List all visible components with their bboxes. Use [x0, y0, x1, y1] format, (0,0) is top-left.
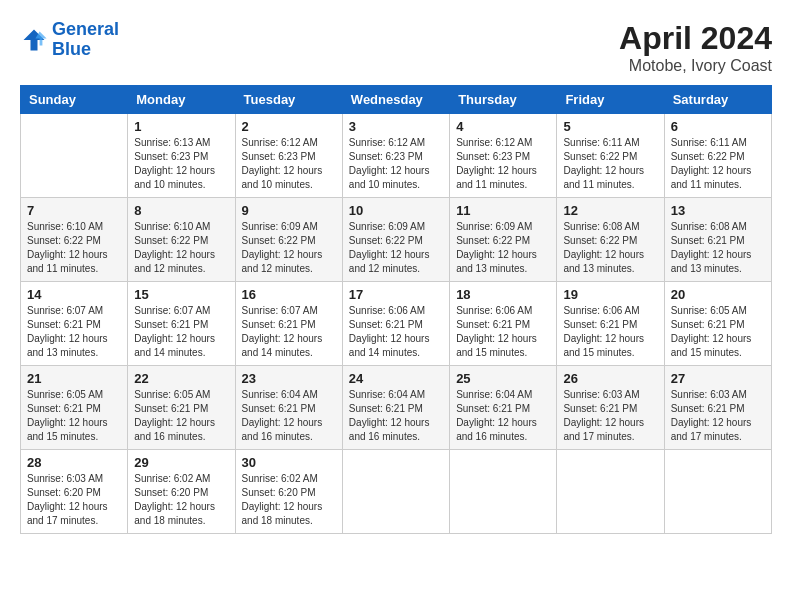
calendar-cell: 12Sunrise: 6:08 AM Sunset: 6:22 PM Dayli…: [557, 198, 664, 282]
day-number: 25: [456, 371, 550, 386]
day-info: Sunrise: 6:09 AM Sunset: 6:22 PM Dayligh…: [456, 220, 550, 276]
day-number: 2: [242, 119, 336, 134]
day-info: Sunrise: 6:03 AM Sunset: 6:20 PM Dayligh…: [27, 472, 121, 528]
day-info: Sunrise: 6:03 AM Sunset: 6:21 PM Dayligh…: [563, 388, 657, 444]
subtitle: Motobe, Ivory Coast: [619, 57, 772, 75]
day-info: Sunrise: 6:08 AM Sunset: 6:21 PM Dayligh…: [671, 220, 765, 276]
calendar-header-row: SundayMondayTuesdayWednesdayThursdayFrid…: [21, 86, 772, 114]
calendar-cell: 25Sunrise: 6:04 AM Sunset: 6:21 PM Dayli…: [450, 366, 557, 450]
calendar-cell: 10Sunrise: 6:09 AM Sunset: 6:22 PM Dayli…: [342, 198, 449, 282]
calendar-cell: 16Sunrise: 6:07 AM Sunset: 6:21 PM Dayli…: [235, 282, 342, 366]
calendar-cell: 3Sunrise: 6:12 AM Sunset: 6:23 PM Daylig…: [342, 114, 449, 198]
day-number: 28: [27, 455, 121, 470]
day-info: Sunrise: 6:02 AM Sunset: 6:20 PM Dayligh…: [242, 472, 336, 528]
day-number: 24: [349, 371, 443, 386]
weekday-header: Friday: [557, 86, 664, 114]
day-info: Sunrise: 6:07 AM Sunset: 6:21 PM Dayligh…: [242, 304, 336, 360]
calendar-cell: 27Sunrise: 6:03 AM Sunset: 6:21 PM Dayli…: [664, 366, 771, 450]
weekday-header: Saturday: [664, 86, 771, 114]
header: General Blue April 2024 Motobe, Ivory Co…: [20, 20, 772, 75]
day-info: Sunrise: 6:10 AM Sunset: 6:22 PM Dayligh…: [134, 220, 228, 276]
day-number: 22: [134, 371, 228, 386]
day-info: Sunrise: 6:04 AM Sunset: 6:21 PM Dayligh…: [242, 388, 336, 444]
day-info: Sunrise: 6:07 AM Sunset: 6:21 PM Dayligh…: [134, 304, 228, 360]
calendar-cell: 13Sunrise: 6:08 AM Sunset: 6:21 PM Dayli…: [664, 198, 771, 282]
day-number: 21: [27, 371, 121, 386]
day-info: Sunrise: 6:12 AM Sunset: 6:23 PM Dayligh…: [349, 136, 443, 192]
day-number: 15: [134, 287, 228, 302]
calendar-cell: 5Sunrise: 6:11 AM Sunset: 6:22 PM Daylig…: [557, 114, 664, 198]
day-number: 18: [456, 287, 550, 302]
page: General Blue April 2024 Motobe, Ivory Co…: [0, 0, 792, 554]
day-number: 3: [349, 119, 443, 134]
logo-icon: [20, 26, 48, 54]
calendar-cell: 30Sunrise: 6:02 AM Sunset: 6:20 PM Dayli…: [235, 450, 342, 534]
calendar-cell: 9Sunrise: 6:09 AM Sunset: 6:22 PM Daylig…: [235, 198, 342, 282]
calendar-cell: 4Sunrise: 6:12 AM Sunset: 6:23 PM Daylig…: [450, 114, 557, 198]
calendar-cell: 17Sunrise: 6:06 AM Sunset: 6:21 PM Dayli…: [342, 282, 449, 366]
day-number: 8: [134, 203, 228, 218]
day-number: 13: [671, 203, 765, 218]
day-number: 29: [134, 455, 228, 470]
day-number: 16: [242, 287, 336, 302]
calendar-cell: 1Sunrise: 6:13 AM Sunset: 6:23 PM Daylig…: [128, 114, 235, 198]
day-info: Sunrise: 6:06 AM Sunset: 6:21 PM Dayligh…: [563, 304, 657, 360]
logo-line1: General: [52, 19, 119, 39]
day-info: Sunrise: 6:10 AM Sunset: 6:22 PM Dayligh…: [27, 220, 121, 276]
calendar-cell: 28Sunrise: 6:03 AM Sunset: 6:20 PM Dayli…: [21, 450, 128, 534]
day-number: 7: [27, 203, 121, 218]
day-number: 27: [671, 371, 765, 386]
title-block: April 2024 Motobe, Ivory Coast: [619, 20, 772, 75]
day-info: Sunrise: 6:12 AM Sunset: 6:23 PM Dayligh…: [456, 136, 550, 192]
day-info: Sunrise: 6:08 AM Sunset: 6:22 PM Dayligh…: [563, 220, 657, 276]
calendar-cell: 22Sunrise: 6:05 AM Sunset: 6:21 PM Dayli…: [128, 366, 235, 450]
day-number: 6: [671, 119, 765, 134]
weekday-header: Tuesday: [235, 86, 342, 114]
calendar-cell: 23Sunrise: 6:04 AM Sunset: 6:21 PM Dayli…: [235, 366, 342, 450]
calendar-cell: 26Sunrise: 6:03 AM Sunset: 6:21 PM Dayli…: [557, 366, 664, 450]
calendar-cell: [664, 450, 771, 534]
calendar-week-row: 21Sunrise: 6:05 AM Sunset: 6:21 PM Dayli…: [21, 366, 772, 450]
logo-text: General Blue: [52, 20, 119, 60]
day-number: 4: [456, 119, 550, 134]
day-info: Sunrise: 6:05 AM Sunset: 6:21 PM Dayligh…: [27, 388, 121, 444]
day-number: 5: [563, 119, 657, 134]
calendar: SundayMondayTuesdayWednesdayThursdayFrid…: [20, 85, 772, 534]
day-number: 17: [349, 287, 443, 302]
calendar-cell: [450, 450, 557, 534]
weekday-header: Monday: [128, 86, 235, 114]
day-info: Sunrise: 6:05 AM Sunset: 6:21 PM Dayligh…: [671, 304, 765, 360]
calendar-cell: [342, 450, 449, 534]
calendar-cell: 15Sunrise: 6:07 AM Sunset: 6:21 PM Dayli…: [128, 282, 235, 366]
day-info: Sunrise: 6:09 AM Sunset: 6:22 PM Dayligh…: [349, 220, 443, 276]
day-info: Sunrise: 6:12 AM Sunset: 6:23 PM Dayligh…: [242, 136, 336, 192]
day-info: Sunrise: 6:04 AM Sunset: 6:21 PM Dayligh…: [349, 388, 443, 444]
day-number: 14: [27, 287, 121, 302]
calendar-cell: [557, 450, 664, 534]
weekday-header: Sunday: [21, 86, 128, 114]
calendar-cell: 7Sunrise: 6:10 AM Sunset: 6:22 PM Daylig…: [21, 198, 128, 282]
calendar-cell: 8Sunrise: 6:10 AM Sunset: 6:22 PM Daylig…: [128, 198, 235, 282]
day-info: Sunrise: 6:02 AM Sunset: 6:20 PM Dayligh…: [134, 472, 228, 528]
calendar-cell: 19Sunrise: 6:06 AM Sunset: 6:21 PM Dayli…: [557, 282, 664, 366]
calendar-cell: 24Sunrise: 6:04 AM Sunset: 6:21 PM Dayli…: [342, 366, 449, 450]
calendar-week-row: 1Sunrise: 6:13 AM Sunset: 6:23 PM Daylig…: [21, 114, 772, 198]
day-info: Sunrise: 6:05 AM Sunset: 6:21 PM Dayligh…: [134, 388, 228, 444]
calendar-week-row: 28Sunrise: 6:03 AM Sunset: 6:20 PM Dayli…: [21, 450, 772, 534]
day-info: Sunrise: 6:03 AM Sunset: 6:21 PM Dayligh…: [671, 388, 765, 444]
weekday-header: Wednesday: [342, 86, 449, 114]
day-number: 20: [671, 287, 765, 302]
day-info: Sunrise: 6:13 AM Sunset: 6:23 PM Dayligh…: [134, 136, 228, 192]
day-info: Sunrise: 6:11 AM Sunset: 6:22 PM Dayligh…: [671, 136, 765, 192]
weekday-header: Thursday: [450, 86, 557, 114]
calendar-week-row: 7Sunrise: 6:10 AM Sunset: 6:22 PM Daylig…: [21, 198, 772, 282]
day-info: Sunrise: 6:06 AM Sunset: 6:21 PM Dayligh…: [349, 304, 443, 360]
logo: General Blue: [20, 20, 119, 60]
main-title: April 2024: [619, 20, 772, 57]
day-info: Sunrise: 6:06 AM Sunset: 6:21 PM Dayligh…: [456, 304, 550, 360]
calendar-cell: [21, 114, 128, 198]
day-number: 1: [134, 119, 228, 134]
calendar-cell: 18Sunrise: 6:06 AM Sunset: 6:21 PM Dayli…: [450, 282, 557, 366]
calendar-cell: 21Sunrise: 6:05 AM Sunset: 6:21 PM Dayli…: [21, 366, 128, 450]
day-number: 10: [349, 203, 443, 218]
